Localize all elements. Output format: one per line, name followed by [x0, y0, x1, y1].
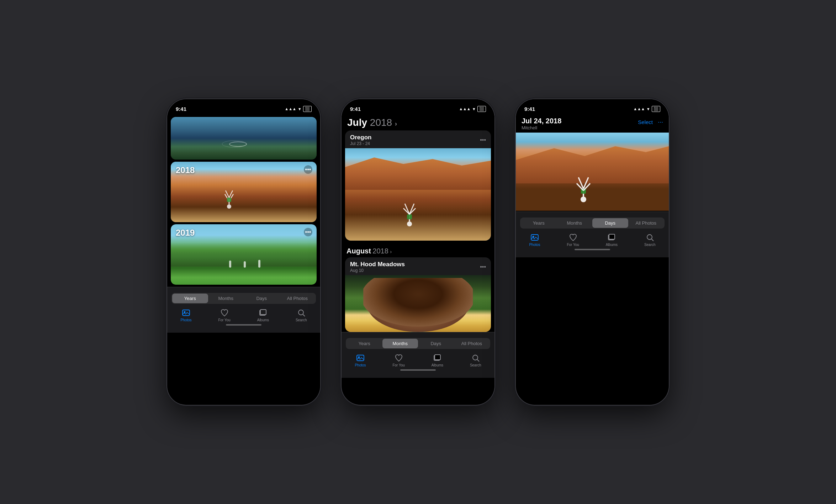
tab-foryou-2[interactable]: For You	[392, 353, 404, 367]
tab-search-2[interactable]: Search	[470, 353, 481, 367]
oregon-title: Oregon	[350, 134, 371, 141]
august-year: 2018	[372, 247, 388, 255]
tab-row-2: Photos For You Albums	[342, 352, 494, 367]
tab-photos-2[interactable]: Photos	[355, 353, 366, 367]
signal-icon-3: ▲▲▲	[633, 107, 645, 111]
tab-search-3[interactable]: Search	[644, 233, 656, 247]
photos-app-3: Jul 24, 2018 Mitchell Select ···	[516, 99, 669, 257]
year-2019-card[interactable]: 2019 •••	[171, 224, 317, 285]
seg-days-1[interactable]: Days	[244, 294, 280, 303]
seg-days-3[interactable]: Days	[592, 218, 628, 228]
seg-years-1[interactable]: Years	[172, 294, 208, 303]
battery-icon-3: ⬛	[652, 106, 660, 112]
scroll-indicator-1	[226, 324, 261, 326]
tab-foryou-1[interactable]: For You	[218, 308, 230, 322]
year-2019-label: 2019	[176, 228, 195, 238]
photo-scroll-1[interactable]: 2018 ••• 2019 •••	[167, 99, 320, 287]
photos-app-1: 2018 ••• 2019 •••	[167, 99, 320, 333]
tab-foryou-label-1: For You	[218, 318, 230, 322]
days-date-title: Jul 24, 2018	[522, 117, 561, 125]
oregon-card-header: Oregon Jul 23 - 24 •••	[345, 130, 491, 148]
albums-tab-icon-2	[433, 353, 442, 363]
tab-foryou-label-3: For You	[567, 243, 579, 247]
tab-photos-label-2: Photos	[355, 363, 366, 367]
wifi-icon-2: ▾	[473, 106, 475, 112]
seg-months-2[interactable]: Months	[382, 339, 418, 348]
segment-bar-3: Years Months Days All Photos	[520, 218, 665, 229]
scroll-indicator-3	[575, 249, 610, 250]
svg-rect-35	[531, 235, 538, 240]
july-section: Oregon Jul 23 - 24 •••	[342, 130, 494, 245]
status-time-2: 9:41	[350, 106, 361, 112]
status-icons-2: ▲▲▲ ▾ ⬛	[459, 106, 486, 112]
tab-albums-3[interactable]: Albums	[606, 233, 618, 247]
tab-photos-1[interactable]: Photos	[180, 308, 191, 322]
months-scroll[interactable]: Oregon Jul 23 - 24 •••	[342, 130, 494, 332]
svg-point-0	[227, 204, 231, 209]
phone-days: 9:41 ▲▲▲ ▾ ⬛ Jul 24, 2018 Mitchell Selec…	[516, 99, 669, 405]
seg-allphotos-2[interactable]: All Photos	[454, 339, 490, 348]
mthood-date: Aug 10	[350, 268, 405, 273]
tab-albums-2[interactable]: Albums	[432, 353, 443, 367]
svg-point-28	[581, 197, 586, 202]
svg-rect-24	[435, 355, 440, 360]
status-icons-1: ▲▲▲ ▾ ⬛	[285, 106, 312, 112]
tab-bar-2: Years Months Days All Photos Photos	[342, 332, 494, 378]
tab-bar-1: Years Months Days All Photos Photos	[167, 287, 320, 333]
more-button[interactable]: ···	[658, 118, 663, 126]
svg-point-26	[473, 355, 478, 360]
seg-years-3[interactable]: Years	[521, 218, 557, 228]
battery-icon: ⬛	[303, 106, 312, 112]
mthood-card[interactable]: Mt. Hood Meadows Aug 10 •••	[345, 257, 491, 332]
signal-icon-2: ▲▲▲	[459, 107, 471, 111]
months-page-title: July 2018 ›	[347, 117, 489, 128]
seg-months-1[interactable]: Months	[208, 294, 244, 303]
year-2018-more[interactable]: •••	[304, 165, 312, 174]
oregon-date: Jul 23 - 24	[350, 141, 371, 146]
foryou-tab-icon-1	[220, 308, 229, 317]
svg-rect-6	[227, 198, 231, 202]
scroll-indicator-2	[400, 369, 436, 371]
days-main-photo[interactable]	[516, 133, 669, 211]
photos-tab-icon-2	[356, 353, 365, 363]
select-button[interactable]: Select	[638, 119, 653, 125]
august-label: August	[346, 247, 371, 255]
seg-allphotos-3[interactable]: All Photos	[628, 218, 664, 228]
year-2018-label: 2018	[176, 165, 195, 175]
albums-tab-icon-1	[258, 308, 268, 317]
year-2018-card[interactable]: 2018 •••	[171, 162, 317, 222]
tab-search-label-1: Search	[296, 318, 307, 322]
tab-albums-label-1: Albums	[257, 318, 269, 322]
photos-tab-icon-3	[530, 233, 539, 242]
svg-rect-38	[609, 234, 615, 239]
august-chevron: ›	[390, 248, 392, 254]
notch	[217, 99, 270, 109]
tab-search-1[interactable]: Search	[296, 308, 307, 322]
tab-photos-3[interactable]: Photos	[529, 233, 540, 247]
svg-point-40	[647, 235, 652, 240]
oregon-card[interactable]: Oregon Jul 23 - 24 •••	[345, 130, 491, 241]
svg-point-14	[407, 221, 412, 226]
seg-allphotos-1[interactable]: All Photos	[280, 294, 316, 303]
tab-foryou-3[interactable]: For You	[567, 233, 579, 247]
tab-albums-1[interactable]: Albums	[257, 308, 269, 322]
search-tab-icon-2	[471, 353, 480, 363]
mthood-more[interactable]: •••	[480, 264, 486, 270]
tab-row-1: Photos For You Albums	[167, 307, 320, 322]
tab-bar-3: Years Months Days All Photos Photos	[516, 211, 669, 257]
august-section: August 2018 › Mt. Hood Meadows Aug 10 ••…	[342, 245, 494, 332]
foryou-tab-icon-3	[568, 233, 578, 242]
tab-search-label-2: Search	[470, 363, 481, 367]
seg-years-2[interactable]: Years	[346, 339, 382, 348]
oregon-more[interactable]: •••	[480, 137, 486, 143]
days-actions: Select ···	[638, 117, 663, 126]
year-2019-more[interactable]: •••	[304, 228, 312, 236]
seg-days-2[interactable]: Days	[418, 339, 454, 348]
notch-3	[566, 99, 619, 109]
svg-rect-21	[357, 355, 364, 361]
days-photo-grid	[516, 133, 669, 211]
seg-months-3[interactable]: Months	[557, 218, 593, 228]
lake-card[interactable]	[171, 117, 317, 160]
search-tab-icon-1	[297, 308, 306, 317]
battery-icon-2: ⬛	[477, 106, 486, 112]
